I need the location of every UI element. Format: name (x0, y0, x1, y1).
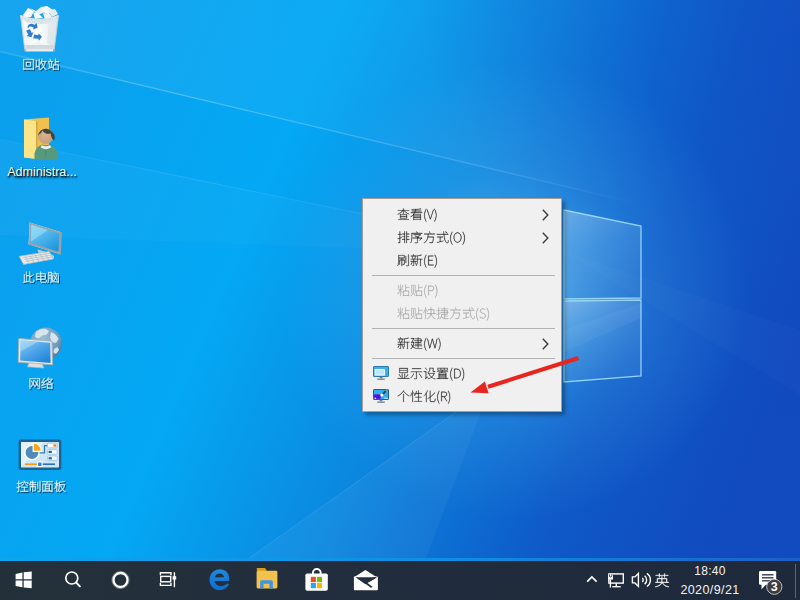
svg-text:3: 3 (771, 580, 778, 594)
